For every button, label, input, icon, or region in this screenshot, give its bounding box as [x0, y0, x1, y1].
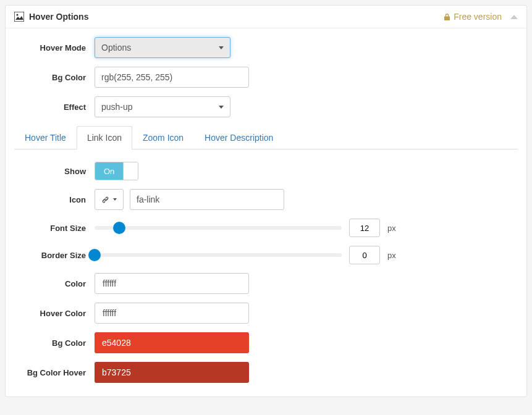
border-size-unit: px — [387, 251, 396, 260]
tab-hover-description[interactable]: Hover Description — [194, 126, 284, 149]
chevron-down-icon — [219, 46, 224, 49]
tab-zoom-icon[interactable]: Zoom Icon — [132, 126, 194, 149]
lock-icon — [444, 13, 450, 21]
free-version-badge: Free version — [444, 12, 502, 22]
link-icon — [101, 196, 109, 204]
panel-body: Hover Mode Options Bg Color Effect push-… — [6, 28, 526, 396]
bg-hover-link-label: Bg Color Hover — [14, 368, 95, 377]
effect-select[interactable]: push-up — [95, 96, 230, 117]
font-size-label: Font Size — [14, 224, 95, 233]
effect-value: push-up — [101, 102, 133, 112]
hover-color-input[interactable]: ffffff — [95, 303, 249, 324]
collapse-icon[interactable] — [510, 15, 518, 19]
icon-picker-button[interactable] — [95, 189, 124, 210]
hover-options-panel: Hover Options Free version Hover Mode Op… — [5, 5, 527, 397]
tab-hover-title[interactable]: Hover Title — [14, 126, 77, 149]
icon-label: Icon — [14, 195, 95, 204]
font-size-input[interactable] — [349, 219, 380, 237]
bg-color-input[interactable] — [95, 67, 249, 88]
hover-mode-select[interactable]: Options — [95, 37, 230, 58]
free-version-label: Free version — [454, 12, 502, 22]
tab-content-link-icon: Show On Icon Font Size — [14, 149, 518, 383]
toggle-knob — [123, 162, 138, 180]
color-input[interactable]: ffffff — [95, 273, 249, 294]
icon-name-input[interactable] — [130, 189, 284, 210]
panel-title: Hover Options — [29, 12, 88, 22]
svg-point-1 — [17, 14, 19, 16]
font-size-unit: px — [387, 224, 396, 233]
bg-color-label: Bg Color — [14, 73, 95, 82]
bg-link-label: Bg Color — [14, 338, 95, 348]
border-size-input[interactable] — [349, 246, 380, 264]
font-size-slider[interactable] — [95, 226, 342, 230]
show-toggle[interactable]: On — [95, 162, 138, 180]
show-label: Show — [14, 167, 95, 176]
toggle-on-label: On — [95, 162, 123, 180]
chevron-down-icon — [219, 106, 224, 109]
hover-mode-label: Hover Mode — [14, 43, 95, 52]
slider-thumb[interactable] — [88, 249, 101, 261]
border-size-slider[interactable] — [95, 253, 342, 257]
bg-color-link-input[interactable]: e54028 — [95, 332, 249, 353]
bg-color-hover-input[interactable]: b73725 — [95, 362, 249, 383]
chevron-down-icon — [113, 198, 117, 201]
tabs: Hover Title Link Icon Zoom Icon Hover De… — [14, 126, 518, 149]
slider-thumb[interactable] — [113, 222, 125, 234]
svg-rect-0 — [14, 12, 24, 22]
hover-color-label: Hover Color — [14, 309, 95, 318]
image-icon — [14, 12, 24, 22]
effect-label: Effect — [14, 103, 95, 112]
panel-header: Hover Options Free version — [6, 6, 526, 28]
tab-link-icon[interactable]: Link Icon — [77, 126, 132, 149]
hover-mode-value: Options — [101, 43, 131, 52]
border-size-label: Border Size — [14, 251, 95, 260]
color-label: Color — [14, 279, 95, 288]
